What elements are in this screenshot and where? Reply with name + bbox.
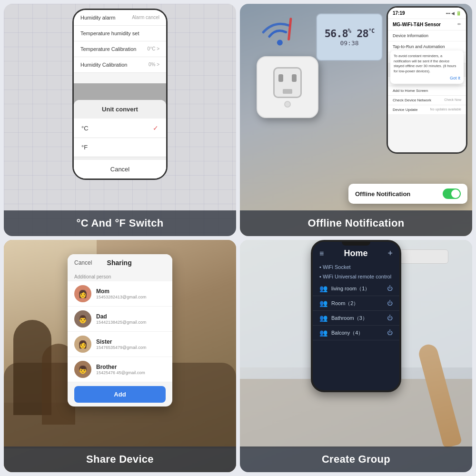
modal-option-celsius[interactable]: °C ✓ [74, 119, 166, 138]
modal-sheet: Unit convert °C ✓ °F Cancel [74, 100, 166, 178]
menu-humidity-alarm: Humidity alarm Alarm cancel [74, 10, 166, 26]
phone-list-item-device-info: Device Information [388, 30, 466, 41]
wifi-remote-item[interactable]: • WiFi Universal remote control [313, 272, 399, 281]
offline-notification-banner: Offline Notification [348, 184, 467, 204]
avatar-dad: 👨 [74, 310, 91, 327]
menu-temp-calibration: Temperature Calibration 0°C > [74, 41, 166, 57]
group-icon-4: 👥 [319, 329, 327, 337]
cell-create-group: ≡ Home + • WiFi Socket • WiFi Universal … [240, 240, 472, 472]
notch [342, 242, 370, 246]
device-name-header: MG-WiFi-T&H Sensor ✏ [388, 19, 466, 30]
person-mom-email: 15453282413@gmail.com [96, 295, 146, 299]
phone-header-2: 17:19 ▪▪▪ ◀ 🔋 [388, 8, 466, 19]
group-icon-2: 👥 [319, 299, 327, 307]
sensor-display: 56.8% 28°C 09:38 [316, 13, 383, 61]
avatar-sister: 👩 [74, 336, 91, 353]
phone-screen-1: Humidity alarm Alarm cancel Temperature … [74, 10, 166, 178]
sharing-section-label: Additional person [68, 271, 172, 281]
person-dad-name: Dad [96, 313, 146, 320]
group-bathroom[interactable]: 👥 Bathroom（3） ⏻ [313, 311, 399, 326]
sharing-person-dad: 👨 Dad 15442138425@gmail.com [68, 307, 172, 332]
cell1-label: °C And °F Switch [4, 210, 236, 236]
group-icon-3: 👥 [319, 314, 327, 322]
cell4-label: Create Group [240, 446, 472, 472]
cell3-label: Share Device [4, 446, 236, 472]
smart-plug [257, 56, 318, 118]
menu-icon-4: ≡ [319, 249, 324, 258]
cell-share-device: Cancel Sharing Additional person 👩 Mom 1… [4, 240, 236, 472]
person-brother-email: 15425476 45@gmail.com [96, 370, 145, 375]
cell2-label: Offline Notification [240, 210, 472, 236]
modal-option-fahrenheit[interactable]: °F [74, 138, 166, 157]
cell-offline-notification: 56.8% 28°C 09:38 17:19 ▪▪▪ ◀ 🔋 MG-WiFi-T… [240, 4, 472, 236]
offline-popup-text: To avoid constant reminders, a notificat… [394, 54, 460, 74]
offline-notif-label: Offline Notification [355, 190, 410, 198]
group-living-room[interactable]: 👥 living room（1） ⏻ [313, 281, 399, 296]
phone-screen-4: ≡ Home + • WiFi Socket • WiFi Universal … [313, 242, 399, 390]
wifi-socket-item[interactable]: • WiFi Socket [313, 262, 399, 272]
svg-point-0 [277, 39, 284, 46]
avatar-mom: 👩 [74, 285, 91, 302]
power-icon-4[interactable]: ⏻ [387, 329, 393, 336]
person-sister-name: Sister [96, 338, 146, 345]
phone-mockup-2: 17:19 ▪▪▪ ◀ 🔋 MG-WiFi-T&H Sensor ✏ Devic… [387, 6, 467, 154]
person-mom-name: Mom [96, 288, 146, 295]
avatar-brother: 👦 [74, 361, 91, 378]
power-icon-1[interactable]: ⏻ [387, 285, 393, 292]
home-title: Home [344, 248, 367, 258]
phone-screen-2: 17:19 ▪▪▪ ◀ 🔋 MG-WiFi-T&H Sensor ✏ Devic… [388, 8, 466, 152]
modal-overlay: Unit convert °C ✓ °F Cancel [74, 83, 166, 178]
sharing-title: Sharing [107, 259, 132, 267]
got-it-btn[interactable]: Got It [394, 76, 460, 80]
sharing-person-sister: 👩 Sister 15476535479@gmail.com [68, 332, 172, 357]
person-sister-email: 15476535479@gmail.com [96, 345, 146, 350]
group-room[interactable]: 👥 Room（2） ⏻ [313, 296, 399, 311]
power-icon-3[interactable]: ⏻ [387, 315, 393, 321]
plus-icon-4[interactable]: + [387, 248, 393, 258]
group-icon-1: 👥 [319, 285, 327, 292]
add-btn[interactable]: Add [74, 386, 166, 403]
sharing-cancel-btn[interactable]: Cancel [74, 259, 92, 266]
sharing-person-mom: 👩 Mom 15453282413@gmail.com [68, 281, 172, 307]
modal-cancel-btn[interactable]: Cancel [74, 160, 166, 178]
main-grid: Humidity alarm Alarm cancel Temperature … [0, 0, 476, 476]
sharing-person-brother: 👦 Brother 15425476 45@gmail.com [68, 357, 172, 382]
person-brother-name: Brother [96, 364, 145, 370]
cell-celsius-fahrenheit: Humidity alarm Alarm cancel Temperature … [4, 4, 236, 236]
offline-toggle[interactable] [443, 188, 461, 199]
menu-temp-humidity-set: Temperature humidity set [74, 26, 166, 41]
group-balcony[interactable]: 👥 Balcony（4） ⏻ [313, 326, 399, 340]
svg-line-1 [284, 19, 296, 40]
offline-popup: To avoid constant reminders, a notificat… [390, 50, 464, 84]
power-icon-2[interactable]: ⏻ [387, 300, 393, 307]
person-dad-email: 15442138425@gmail.com [96, 320, 146, 325]
sharing-modal: Cancel Sharing Additional person 👩 Mom 1… [68, 254, 172, 407]
phone-mockup-1: Humidity alarm Alarm cancel Temperature … [72, 9, 168, 180]
phone-mockup-4: ≡ Home + • WiFi Socket • WiFi Universal … [311, 240, 401, 392]
menu-humidity-calibration: Humidity Calibration 0% > [74, 57, 166, 73]
sharing-header: Cancel Sharing [68, 254, 172, 271]
modal-title: Unit convert [74, 100, 166, 119]
